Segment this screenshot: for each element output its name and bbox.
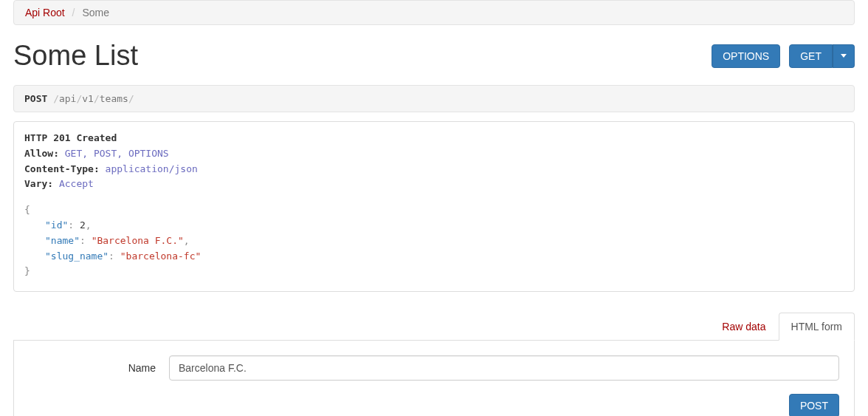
form-tabs: Raw data HTML form bbox=[13, 313, 855, 341]
header-actions: OPTIONS GET bbox=[712, 44, 855, 68]
breadcrumb-current: Some bbox=[82, 7, 109, 18]
request-path: /api/v1/teams/ bbox=[53, 93, 134, 104]
response-body: { "id": 2, "name": "Barcelona F.C.", "sl… bbox=[24, 202, 844, 279]
response-status: HTTP 201 Created bbox=[24, 131, 844, 146]
response-header-allow: Allow: GET, POST, OPTIONS bbox=[24, 146, 844, 162]
html-form-panel: Name POST bbox=[13, 341, 855, 416]
response-header-content-type: Content-Type: application/json bbox=[24, 162, 844, 177]
request-line: POST /api/v1/teams/ bbox=[13, 85, 855, 112]
response-panel: HTTP 201 Created Allow: GET, POST, OPTIO… bbox=[13, 121, 855, 292]
tab-raw-data[interactable]: Raw data bbox=[709, 313, 778, 341]
name-field-label: Name bbox=[29, 362, 169, 374]
get-dropdown-button[interactable] bbox=[833, 44, 855, 68]
options-button[interactable]: OPTIONS bbox=[712, 44, 780, 68]
page-title: Some List bbox=[13, 40, 138, 72]
breadcrumb-root-link[interactable]: Api Root bbox=[25, 7, 65, 18]
chevron-down-icon bbox=[841, 54, 847, 58]
get-button[interactable]: GET bbox=[789, 44, 833, 68]
request-method: POST bbox=[24, 93, 47, 104]
post-button[interactable]: POST bbox=[789, 394, 839, 416]
name-field[interactable] bbox=[169, 355, 839, 381]
breadcrumb-separator: / bbox=[68, 7, 80, 18]
response-header-vary: Vary: Accept bbox=[24, 177, 844, 192]
tab-html-form[interactable]: HTML form bbox=[779, 313, 855, 341]
breadcrumb: Api Root / Some bbox=[13, 0, 855, 25]
